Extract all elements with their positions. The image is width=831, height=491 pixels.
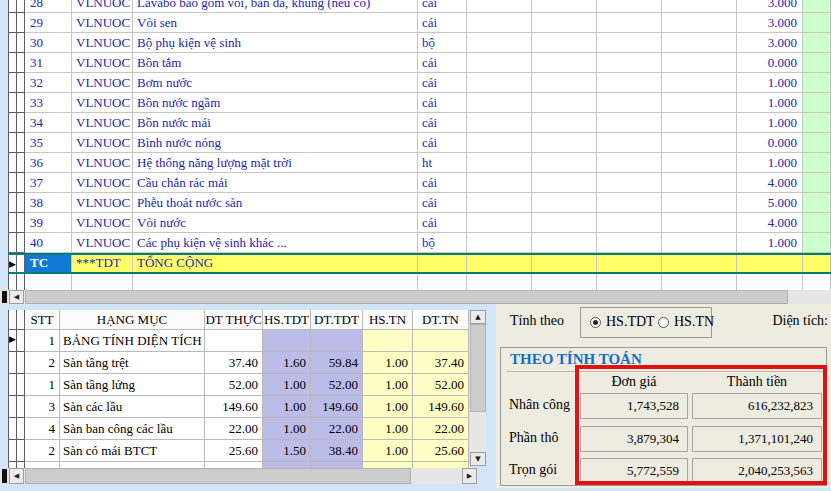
row-selector-cell[interactable] (8, 396, 17, 418)
cell-unit[interactable]: cái (418, 113, 467, 133)
cell-quantity[interactable]: 3.000 (737, 0, 803, 13)
cell-empty[interactable] (467, 274, 532, 290)
hscroll-thumb[interactable] (25, 290, 788, 304)
scroll-left-icon[interactable]: ◀ (9, 290, 24, 304)
cell-quantity[interactable]: 0.000 (737, 53, 803, 73)
cell-unit[interactable]: cái (418, 53, 467, 73)
cell-empty[interactable] (467, 153, 532, 173)
cell-quantity[interactable]: 1.000 (737, 233, 803, 253)
cell-dt-tn[interactable]: 149.60 (413, 396, 469, 418)
row-selector-cell[interactable] (8, 13, 17, 33)
cell-empty[interactable] (597, 193, 662, 213)
row-selector-cell[interactable] (8, 53, 17, 73)
cell-empty[interactable] (597, 133, 662, 153)
cell-empty[interactable] (532, 0, 597, 13)
cell-green[interactable] (803, 93, 831, 113)
cell-item-name[interactable]: Bơm nước (133, 73, 418, 93)
scroll-up-icon[interactable]: ▲ (470, 310, 486, 324)
cell-empty[interactable] (662, 255, 737, 272)
cell-code[interactable]: VLNUOC (72, 193, 133, 213)
cell-line-number[interactable]: 33 (25, 93, 72, 113)
cell-dt-tn[interactable]: 37.40 (413, 352, 469, 374)
cell-quantity[interactable]: 4.000 (737, 173, 803, 193)
cell-dt-thuc[interactable]: 37.40 (205, 352, 263, 374)
cell-hang-muc[interactable]: Sàn các lầu (60, 396, 205, 418)
cell-dt-tn[interactable] (413, 330, 469, 352)
cell-empty[interactable] (532, 274, 597, 290)
cell-dt-tdt[interactable]: 59.84 (311, 352, 363, 374)
column-header-hs-tn[interactable]: HS.TN (363, 310, 413, 330)
row-selector-cell[interactable] (8, 233, 17, 253)
cell-empty[interactable] (467, 73, 532, 93)
row-selector-cell[interactable] (8, 113, 17, 133)
splitter-grip[interactable] (2, 291, 7, 303)
cell-green[interactable] (803, 133, 831, 153)
row-selector-cell[interactable] (8, 352, 17, 374)
cell-quantity[interactable]: 3.000 (737, 33, 803, 53)
row-selector-cell[interactable] (8, 213, 17, 233)
cell-quantity[interactable]: 5.000 (737, 193, 803, 213)
cell-empty[interactable] (532, 213, 597, 233)
cell-hang-muc[interactable]: Sàn có mái BTCT (60, 440, 205, 462)
nhan-cong-thanh-tien-field[interactable]: 616,232,823 (692, 393, 822, 419)
cell-line-number[interactable]: 31 (25, 53, 72, 73)
radio-hs-tn-label[interactable]: HS.TN (674, 314, 714, 330)
cell-line-number[interactable]: 37 (25, 173, 72, 193)
radio-hs-tdt[interactable] (590, 317, 601, 328)
cell-unit[interactable]: cái (418, 173, 467, 193)
cell-green[interactable] (803, 53, 831, 73)
row-selector-cell[interactable]: ▶ (8, 330, 17, 352)
cell-empty[interactable] (467, 233, 532, 253)
cell-hs-tn[interactable]: 1.00 (363, 352, 413, 374)
row-selector-cell[interactable] (8, 274, 17, 290)
cell-green[interactable] (803, 255, 831, 272)
cell-line-number[interactable]: 34 (25, 113, 72, 133)
cell-green[interactable] (803, 113, 831, 133)
cell-item-name[interactable]: Hệ thống năng lượng mặt trời (133, 153, 418, 173)
row-selector-cell[interactable] (17, 113, 25, 133)
cell-quantity[interactable]: 1.000 (737, 73, 803, 93)
cell-item-name[interactable]: Bộ phụ kiện vệ sinh (133, 33, 418, 53)
cell-empty[interactable] (737, 274, 803, 290)
cell-unit[interactable]: cái (418, 73, 467, 93)
row-selector-cell[interactable] (17, 213, 25, 233)
scroll-right-icon[interactable]: ▶ (462, 468, 477, 484)
cell-empty[interactable] (532, 173, 597, 193)
cell-unit[interactable]: cái (418, 93, 467, 113)
phan-tho-don-gia-field[interactable]: 3,879,304 (580, 426, 688, 452)
row-selector-cell[interactable] (17, 93, 25, 113)
cell-green[interactable] (803, 213, 831, 233)
row-selector-cell[interactable] (17, 418, 25, 440)
cell-green[interactable] (803, 153, 831, 173)
cell-line-number[interactable]: 29 (25, 13, 72, 33)
cell-empty[interactable] (467, 193, 532, 213)
cell-empty[interactable] (532, 53, 597, 73)
cell-empty[interactable] (597, 255, 662, 272)
cell-code[interactable]: VLNUOC (72, 153, 133, 173)
tron-goi-thanh-tien-field[interactable]: 2,040,253,563 (692, 458, 822, 484)
cell-empty[interactable] (532, 93, 597, 113)
cell-code[interactable]: VLNUOC (72, 73, 133, 93)
cell-empty[interactable] (662, 173, 737, 193)
cell-hs-tn[interactable]: 1.00 (363, 440, 413, 462)
cell-hs-tn[interactable]: 1.00 (363, 374, 413, 396)
cell-green[interactable] (803, 233, 831, 253)
cell-empty[interactable] (662, 153, 737, 173)
cell-quantity[interactable]: 3.000 (737, 13, 803, 33)
cell-empty[interactable] (662, 193, 737, 213)
cell-unit[interactable]: bộ (418, 233, 467, 253)
cell-empty[interactable] (467, 133, 532, 153)
row-selector-cell[interactable] (17, 0, 25, 13)
cell-quantity[interactable]: 1.000 (737, 113, 803, 133)
cell-hs-tdt[interactable]: 1.00 (263, 418, 311, 440)
row-selector-cell[interactable]: ▶ (8, 255, 17, 272)
cell-quantity[interactable]: 1.000 (737, 153, 803, 173)
cell-dt-tn[interactable]: 52.00 (413, 374, 469, 396)
cell-empty[interactable] (597, 233, 662, 253)
row-selector-cell[interactable] (8, 193, 17, 213)
cell-item-name[interactable]: Bồn nước mái (133, 113, 418, 133)
cell-empty[interactable] (662, 13, 737, 33)
scroll-left-icon[interactable]: ◀ (9, 468, 24, 484)
cell-hs-tdt[interactable]: 1.00 (263, 374, 311, 396)
row-selector-cell[interactable] (8, 374, 17, 396)
